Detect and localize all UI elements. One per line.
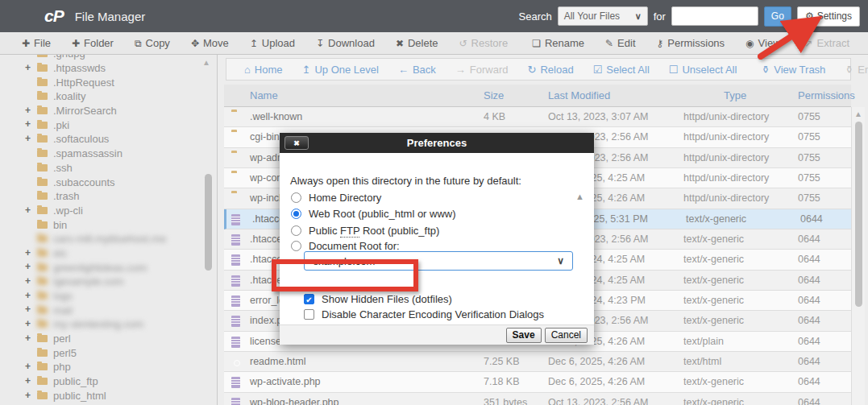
sidebar-item-php[interactable]: +php <box>0 360 217 374</box>
expand-icon[interactable]: + <box>25 247 31 258</box>
expand-icon[interactable]: + <box>25 290 31 301</box>
expand-icon[interactable]: + <box>25 318 31 329</box>
radio-icon[interactable] <box>291 192 301 203</box>
up-one-level-button[interactable]: ↥Up One Level <box>293 64 388 76</box>
column-header-permissions[interactable]: Permissions <box>798 89 855 101</box>
sidebar-item-trash[interactable]: .trash <box>0 189 217 204</box>
cell-perm: 0644 <box>800 213 823 225</box>
search-scope-select[interactable]: All Your Files ∨ <box>558 6 648 26</box>
expand-icon[interactable]: + <box>25 133 31 144</box>
sidebar-item-gnupg[interactable]: .gnupg <box>0 55 217 61</box>
edit-icon: ✎ <box>605 38 613 49</box>
sidebar-scroll-up-icon[interactable]: ▲ <box>202 58 210 67</box>
sidebar-item-subaccounts[interactable]: .subaccounts <box>0 175 217 189</box>
radio-icon-checked[interactable] <box>291 209 301 219</box>
radio-document-root[interactable]: Document Root for: <box>291 240 400 252</box>
table-row[interactable]: .well-known4 KBOct 13, 2023, 3:07 AMhttp… <box>224 107 851 127</box>
nav-button-label: Up One Level <box>314 64 379 76</box>
column-header-name[interactable]: Name <box>250 89 278 101</box>
table-row[interactable]: wp-blog-header.php351 bytesOct 13, 2023,… <box>224 393 851 405</box>
move-button[interactable]: ✥Move <box>181 32 239 54</box>
reload-button[interactable]: ↻Reload <box>518 64 584 76</box>
folder-button[interactable]: ✚Folder <box>61 32 124 54</box>
expand-icon[interactable]: + <box>25 375 31 386</box>
save-button[interactable]: Save <box>506 328 542 343</box>
expand-icon[interactable]: + <box>25 62 31 73</box>
sidebar-item-cars-mill-mybluehost-me[interactable]: cars-mill.mybluehost.me <box>0 232 217 246</box>
sidebar-item-softaculous[interactable]: +.softaculous <box>0 132 217 147</box>
sidebar-item-public-ftp[interactable]: +public_ftp <box>0 374 217 389</box>
sidebar-item-ssh[interactable]: .ssh <box>0 161 217 176</box>
checkbox-icon[interactable] <box>304 309 314 320</box>
expand-icon[interactable]: + <box>25 275 31 287</box>
rename-button[interactable]: ❏Rename <box>521 32 595 54</box>
checkbox-label: Show Hidden Files (dotfiles) <box>322 293 452 305</box>
cancel-button[interactable]: Cancel <box>545 328 588 343</box>
sidebar-item-mail[interactable]: +mail <box>0 303 217 317</box>
permissions-button[interactable]: ⚷Permissions <box>646 32 736 54</box>
sidebar-item-wp-cli[interactable]: +.wp-cli <box>0 204 217 218</box>
main-scrollbar[interactable]: ▲ <box>851 107 865 405</box>
search-input[interactable] <box>671 6 758 26</box>
sidebar-item-public-html[interactable]: +public_html <box>0 389 217 403</box>
checkbox-show-hidden-files[interactable]: ✔ Show Hidden Files (dotfiles) <box>304 293 452 305</box>
cell-name: readme.html <box>250 356 305 367</box>
column-header-size[interactable]: Size <box>484 89 504 101</box>
sidebar-scrollbar-thumb[interactable] <box>205 174 212 271</box>
sidebar-item-my-skmtesting-com[interactable]: +my-skmtesting.com <box>0 317 217 332</box>
sidebar-item-logs[interactable]: +logs <box>0 289 217 304</box>
expand-icon[interactable]: + <box>25 118 31 130</box>
main-scrollbar-thumb[interactable] <box>855 122 862 307</box>
key-icon: ⚷ <box>657 38 664 49</box>
cell-perm: 0644 <box>798 356 820 367</box>
copy-button[interactable]: ⧉Copy <box>124 32 181 54</box>
checkbox-icon-checked[interactable]: ✔ <box>304 294 314 304</box>
sidebar-item-perl5[interactable]: perl5 <box>0 345 217 360</box>
table-row[interactable]: readme.html7.25 KBDec 6, 2025, 4:26 AMte… <box>224 352 851 372</box>
radio-home-directory[interactable]: Home Directory <box>291 192 381 204</box>
checkbox-disable-encoding-dialogs[interactable]: Disable Character Encoding Verification … <box>304 308 544 320</box>
expand-icon[interactable]: + <box>25 361 31 372</box>
sidebar-item-mirrorsearch[interactable]: +.MirrorSearch <box>0 104 217 118</box>
sidebar-item-spamassassin[interactable]: .spamassassin <box>0 147 217 161</box>
sidebar-item-pki[interactable]: +.pki <box>0 118 217 132</box>
scroll-up-icon[interactable]: ▲ <box>854 110 862 118</box>
sidebar-item-htpasswds[interactable]: +.htpasswds <box>0 61 217 76</box>
sidebar-item-etc[interactable]: +etc <box>0 246 217 261</box>
sidebar-item-greenlightideas-com[interactable]: +greenlightideas.com <box>0 260 217 275</box>
column-header-last-modified[interactable]: Last Modified <box>548 89 610 101</box>
highlight-box <box>272 259 418 291</box>
expand-icon[interactable]: + <box>25 390 31 401</box>
dialog-scroll-up-icon[interactable]: ▲ <box>575 192 584 201</box>
select-all-button[interactable]: ☑Select All <box>584 64 659 76</box>
expand-icon[interactable]: + <box>25 304 31 315</box>
radio-public-ftp-root[interactable]: Public FTP Root (public_ftp) <box>291 225 439 237</box>
sidebar-item-lgexample-com[interactable]: +lgexample.com <box>0 275 217 289</box>
unselect-all-button[interactable]: ☐Unselect All <box>659 64 747 76</box>
expand-icon[interactable]: + <box>25 261 31 272</box>
edit-button[interactable]: ✎Edit <box>595 32 646 54</box>
expand-icon[interactable]: + <box>25 333 31 344</box>
download-button[interactable]: ↧Download <box>305 32 385 54</box>
close-icon[interactable]: ✖ <box>284 136 309 150</box>
cell-type: text/plain <box>683 336 724 347</box>
sidebar-item-bin[interactable]: bin <box>0 217 217 232</box>
sidebar-item-label: perl5 <box>53 347 77 359</box>
sidebar-item-koality[interactable]: .koality <box>0 89 217 104</box>
sidebar-item-label: .pki <box>53 119 69 131</box>
folder-icon <box>37 135 48 143</box>
sidebar-item-httprequest[interactable]: .HttpRequest <box>0 75 217 89</box>
upload-button[interactable]: ↥Upload <box>239 32 305 54</box>
expand-icon[interactable]: + <box>25 205 31 216</box>
sidebar-item-perl[interactable]: +perl <box>0 332 217 346</box>
table-row[interactable]: wp-activate.php7.18 KBDec 6, 2025, 4:26 … <box>224 372 851 392</box>
radio-icon[interactable] <box>291 225 301 236</box>
radio-icon[interactable] <box>291 241 301 251</box>
expand-icon[interactable]: + <box>25 105 31 116</box>
delete-button[interactable]: ✖Delete <box>385 32 449 54</box>
back-button[interactable]: ←Back <box>388 64 446 76</box>
home-button[interactable]: ⌂Home <box>235 64 293 76</box>
file-button[interactable]: ✚File <box>11 32 61 54</box>
radio-web-root[interactable]: Web Root (public_html or www) <box>291 208 456 220</box>
column-header-type[interactable]: Type <box>724 89 746 101</box>
